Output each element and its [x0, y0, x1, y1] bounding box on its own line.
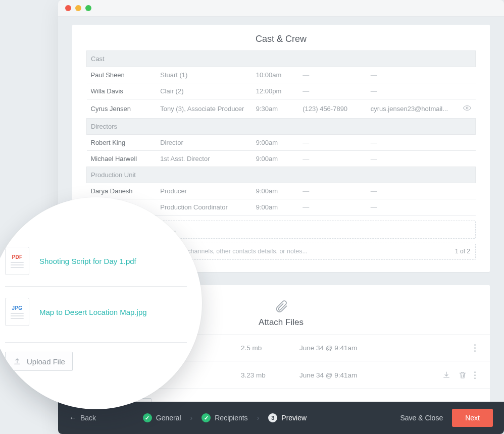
cell-visibility [452, 135, 475, 151]
callout-file-row[interactable]: JPGMap to Desert Location Map.jpg [5, 286, 187, 337]
close-icon[interactable] [65, 5, 71, 11]
step-label: Recipients [215, 414, 247, 422]
upload-icon [13, 357, 22, 366]
group-header: Cast [87, 51, 476, 67]
wizard-step-recipients[interactable]: ✓Recipients [201, 413, 247, 422]
section-title: Cast & Crew [86, 34, 476, 44]
cell-email: — [367, 183, 452, 199]
callout-upload-button[interactable]: Upload File [5, 352, 73, 371]
cell-phone: — [298, 83, 366, 99]
cell-phone: (123) 456-7890 [298, 99, 366, 119]
minimize-icon[interactable] [75, 5, 81, 11]
trash-icon[interactable] [458, 370, 467, 379]
more-icon[interactable] [474, 370, 476, 379]
cell-time: 9:00am [252, 199, 299, 215]
cell-email: — [367, 151, 452, 167]
attachment-date: June 34 @ 9:41am [299, 371, 434, 379]
cell-role: Clair (2) [156, 83, 251, 99]
arrow-left-icon: ← [69, 414, 76, 422]
table-row[interactable]: Darya DaneshProducer9:00am—— [87, 183, 476, 199]
chevron-right-icon: › [257, 414, 260, 422]
table-row[interactable]: Robert KingDirector9:00am—— [87, 135, 476, 151]
cell-visibility [452, 183, 475, 199]
callout-file-row[interactable]: PDFShooting Script for Day 1.pdf [5, 236, 187, 286]
cell-visibility [452, 151, 475, 167]
group-header: Production Unit [87, 167, 476, 183]
file-type-icon: JPG [5, 298, 29, 326]
page-counter: 1 of 2 [455, 248, 470, 255]
step-number: 3 [268, 413, 277, 422]
cast-crew-table: CastPaul SheenStuart (1)10:00am——Willa D… [86, 50, 476, 215]
callout-file-name: Map to Desert Location Map.jpg [39, 308, 147, 316]
more-icon[interactable] [474, 344, 476, 352]
cell-phone: — [298, 135, 366, 151]
cell-name: Robert King [87, 135, 157, 151]
cell-visibility[interactable] [452, 99, 475, 119]
cell-name: Cyrus Jensen [87, 99, 157, 119]
cell-time: 9:30am [252, 99, 299, 119]
cell-email: cyrus.jensen23@hotmail... [367, 99, 452, 119]
cell-time: 10:00am [252, 67, 299, 83]
callout-upload-label: Upload File [27, 357, 65, 366]
cell-time: 9:00am [252, 151, 299, 167]
cell-email: — [367, 135, 452, 151]
eye-icon[interactable] [463, 103, 472, 113]
cell-visibility [452, 67, 475, 83]
cell-role: 1st Asst. Director [156, 151, 251, 167]
step-label: General [156, 414, 181, 422]
attachment-date: June 34 @ 9:41am [299, 344, 466, 352]
svg-point-0 [466, 107, 468, 109]
back-label: Back [80, 414, 96, 422]
cell-role: Stuart (1) [156, 67, 251, 83]
table-row[interactable]: Paul SheenStuart (1)10:00am—— [87, 67, 476, 83]
cell-name: Darya Danesh [87, 183, 157, 199]
file-type-icon: PDF [5, 247, 29, 275]
chevron-right-icon: › [190, 414, 193, 422]
save-close-button[interactable]: Save & Close [400, 414, 443, 422]
attach-title: Attach Files [259, 317, 304, 328]
cell-time: 12:00pm [252, 83, 299, 99]
zoom-icon[interactable] [85, 5, 91, 11]
check-icon: ✓ [143, 413, 152, 422]
cell-phone: — [298, 151, 366, 167]
callout-file-name: Shooting Script for Day 1.pdf [39, 257, 136, 265]
check-icon: ✓ [201, 413, 211, 422]
table-row[interactable]: Willa DavisClair (2)12:00pm—— [87, 83, 476, 99]
wizard-steps: ✓General›✓Recipients›3Preview [143, 413, 307, 422]
attachment-size: 2.5 mb [241, 344, 291, 352]
wizard-step-general[interactable]: ✓General [143, 413, 181, 422]
cell-name: Willa Davis [87, 83, 157, 99]
cell-phone: — [298, 67, 366, 83]
cell-role: Director [156, 135, 251, 151]
cell-email: — [367, 83, 452, 99]
cell-role: Tony (3), Associate Producer [156, 99, 251, 119]
cell-email: — [367, 199, 452, 215]
cell-time: 9:00am [252, 183, 299, 199]
step-label: Preview [281, 414, 307, 422]
window-titlebar [58, 0, 504, 17]
paperclip-icon [274, 299, 288, 313]
table-row[interactable]: Cyrus JensenTony (3), Associate Producer… [87, 99, 476, 119]
wizard-step-preview[interactable]: 3Preview [268, 413, 307, 422]
cell-visibility [452, 83, 475, 99]
cell-role: Producer [156, 183, 251, 199]
download-icon[interactable] [442, 370, 451, 379]
attachment-size: 3.23 mb [241, 371, 291, 379]
back-button[interactable]: ← Back [69, 414, 96, 422]
cell-time: 9:00am [252, 135, 299, 151]
wizard-bottom-bar: ← Back ✓General›✓Recipients›3Preview Sav… [58, 402, 504, 434]
cell-name: Michael Harwell [87, 151, 157, 167]
cell-email: — [367, 67, 452, 83]
cell-phone: — [298, 183, 366, 199]
next-button[interactable]: Next [452, 409, 493, 427]
cell-visibility [452, 199, 475, 215]
group-header: Directors [87, 119, 476, 135]
cell-phone: — [298, 199, 366, 215]
table-row[interactable]: Michael Harwell1st Asst. Director9:00am—… [87, 151, 476, 167]
cell-role: Production Coordinator [156, 199, 251, 215]
cell-name: Paul Sheen [87, 67, 157, 83]
